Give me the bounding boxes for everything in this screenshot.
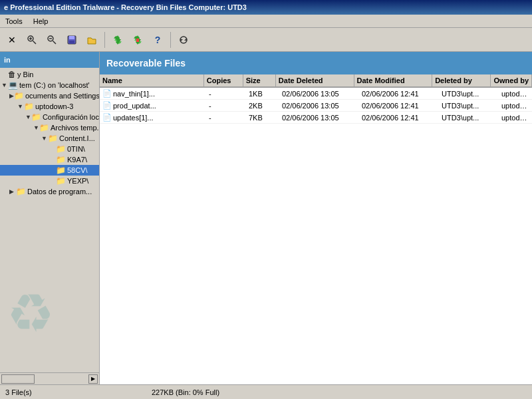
file-size: 1KB: [246, 89, 279, 98]
tree-expand-icon: ▼: [17, 103, 24, 110]
folder-icon: 📁: [14, 91, 24, 100]
col-header-size[interactable]: Size: [243, 74, 276, 86]
right-panel-header: Recoverable Files: [100, 52, 532, 74]
svg-rect-9: [69, 41, 74, 44]
file-size: 2KB: [246, 101, 279, 110]
folder-icon: 📁: [24, 102, 34, 111]
tree-label: ocuments and Settings: [25, 92, 99, 100]
tree-item-9[interactable]: 📁58CV\: [0, 165, 99, 176]
tree-item-10[interactable]: 📁YEXP\: [0, 176, 99, 186]
svg-rect-8: [69, 36, 74, 39]
tree-item-11[interactable]: ▶📁Datos de program...: [0, 186, 99, 197]
tree-item-5[interactable]: ▼📁Archivos temp...: [0, 122, 99, 133]
tree-expand-icon: ▶: [9, 92, 14, 99]
file-date-modified: 02/06/2006 12:41: [359, 113, 439, 122]
tree-label: tem (C:) on 'localhost': [19, 81, 90, 89]
tree-item-4[interactable]: ▼📁Configuración loc...: [0, 112, 99, 122]
tree-item-2[interactable]: ▶📁ocuments and Settings: [0, 90, 99, 101]
file-deleted-by: UTD3\upt...: [439, 89, 499, 98]
file-copies: -: [206, 89, 246, 98]
tree-label: 0TIN\: [67, 145, 85, 153]
folder-icon: 📁: [48, 134, 58, 143]
file-list-header: Name Copies Size Date Deleted Date Modif…: [100, 74, 532, 88]
title-bar: e Professional Edition Trialware - Recov…: [0, 0, 532, 15]
tree-expand-icon: ▼: [1, 82, 8, 88]
menu-help[interactable]: Help: [31, 17, 51, 26]
main-content: in 🗑y Bin▼💻tem (C:) on 'localhost'▶📁ocum…: [0, 52, 532, 384]
tree-item-3[interactable]: ▼📁uptodown-3: [0, 101, 99, 112]
scroll-thumb[interactable]: [1, 374, 35, 384]
zoom-in-toolbar-btn[interactable]: [23, 31, 41, 49]
tree-label: 58CV\: [67, 166, 88, 174]
recycle1-toolbar-btn[interactable]: [108, 31, 127, 49]
tree-expand-icon: ▼: [41, 135, 48, 142]
col-header-deleted-by[interactable]: Deleted by: [432, 74, 491, 86]
tree-item-7[interactable]: 📁0TIN\: [0, 144, 99, 154]
file-name: 📄updates[1]...: [100, 112, 206, 122]
open-toolbar-btn[interactable]: [82, 31, 101, 49]
tree-expand-icon: ▼: [33, 124, 39, 131]
file-name: 📄prod_updat...: [100, 100, 206, 110]
toolbar-sep-1: [104, 32, 105, 48]
file-icon: 📄: [102, 113, 112, 122]
tree-label: Datos de program...: [27, 188, 92, 196]
svg-rect-10: [136, 39, 139, 42]
tree-view[interactable]: 🗑y Bin▼💻tem (C:) on 'localhost'▶📁ocument…: [0, 68, 99, 372]
col-header-date-modified[interactable]: Date Modified: [354, 74, 433, 86]
toolbar-sep-2: [170, 32, 171, 48]
folder-icon: 📁: [56, 176, 66, 186]
file-date-deleted: 02/06/2006 13:05: [279, 101, 359, 110]
tree-item-1[interactable]: ▼💻tem (C:) on 'localhost': [0, 80, 99, 90]
left-panel-header: in: [0, 52, 99, 68]
save-toolbar-btn[interactable]: [63, 31, 81, 49]
file-icon: 📄: [102, 101, 112, 110]
left-panel-scrollbar[interactable]: ▶: [0, 372, 99, 384]
tree-label: Archivos temp...: [51, 124, 99, 132]
tree-label: Content.I...: [59, 134, 95, 142]
help-toolbar-btn[interactable]: ?: [148, 31, 167, 49]
file-row-0[interactable]: 📄nav_thin[1]... - 1KB 02/06/2006 13:05 0…: [100, 88, 532, 100]
tree-item-6[interactable]: ▼📁Content.I...: [0, 133, 99, 144]
file-icon: 📄: [102, 89, 112, 98]
tree-label: Configuración loc...: [43, 113, 99, 121]
tree-item-8[interactable]: 📁K9A7\: [0, 154, 99, 165]
file-name: 📄nav_thin[1]...: [100, 88, 206, 98]
file-copies: -: [206, 113, 246, 122]
left-panel: in 🗑y Bin▼💻tem (C:) on 'localhost'▶📁ocum…: [0, 52, 100, 384]
col-header-date-deleted[interactable]: Date Deleted: [276, 74, 354, 86]
tree-label: y Bin: [17, 70, 33, 78]
folder-icon: 💻: [8, 80, 18, 90]
menu-tools[interactable]: Tools: [3, 17, 25, 26]
file-row-1[interactable]: 📄prod_updat... - 2KB 02/06/2006 13:05 02…: [100, 100, 532, 112]
file-date-modified: 02/06/2006 12:41: [359, 101, 439, 110]
folder-icon: 📁: [56, 155, 66, 164]
status-bin-info: 227KB (Bin: 0% Full): [152, 388, 527, 396]
refresh-toolbar-btn[interactable]: [174, 31, 193, 49]
tree-item-0[interactable]: 🗑y Bin: [0, 69, 99, 80]
tree-label: uptodown-3: [35, 102, 74, 110]
folder-icon: 🗑: [8, 70, 16, 79]
tree-label: K9A7\: [67, 156, 87, 164]
file-deleted-by: UTD3\upt...: [439, 101, 499, 110]
scroll-right-arrow[interactable]: ▶: [88, 374, 98, 384]
title-text: e Professional Edition Trialware - Recov…: [4, 3, 247, 11]
folder-icon: 📁: [16, 187, 26, 196]
col-header-name[interactable]: Name: [100, 74, 204, 86]
file-owned-by: uptodown-...: [499, 101, 532, 110]
folder-icon: 📁: [31, 112, 41, 122]
tree-expand-icon: ▶: [9, 188, 16, 195]
file-date-deleted: 02/06/2006 13:05: [279, 89, 359, 98]
file-row-2[interactable]: 📄updates[1]... - 7KB 02/06/2006 13:05 02…: [100, 112, 532, 124]
folder-icon: 📁: [56, 144, 66, 154]
close-toolbar-btn[interactable]: ✕: [3, 31, 21, 49]
zoom-out-toolbar-btn[interactable]: [43, 31, 61, 49]
svg-line-1: [33, 41, 37, 44]
file-owned-by: uptodown-...: [499, 113, 532, 122]
col-header-copies[interactable]: Copies: [204, 74, 243, 86]
svg-line-5: [53, 41, 57, 44]
status-file-count: 3 File(s): [5, 388, 152, 396]
file-list-body[interactable]: 📄nav_thin[1]... - 1KB 02/06/2006 13:05 0…: [100, 88, 532, 384]
col-header-owned-by[interactable]: Owned by: [491, 74, 532, 86]
recycle2-toolbar-btn[interactable]: [128, 31, 147, 49]
folder-icon: 📁: [39, 123, 49, 132]
